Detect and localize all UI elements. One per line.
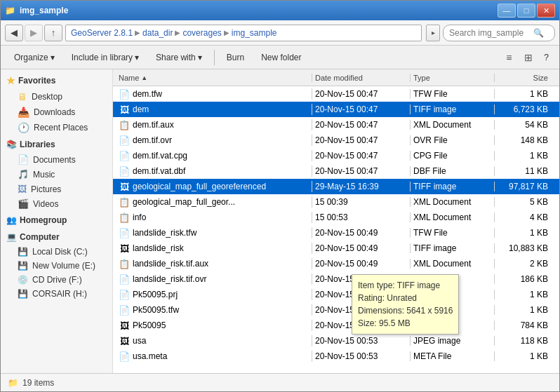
- file-size: 10,883 KB: [495, 243, 551, 253]
- view-list-button[interactable]: ⊞: [519, 49, 538, 66]
- corsair-label: CORSAIR (H:): [32, 289, 87, 299]
- search-box[interactable]: 🔍: [443, 25, 555, 41]
- close-button[interactable]: ✕: [537, 4, 555, 18]
- homegroup-icon: 👥: [6, 215, 17, 225]
- col-date-label: Date modified: [315, 74, 363, 82]
- table-row[interactable]: 🖼 Pk50095 20-Nov-15 00:53 TIFF image 784…: [113, 318, 559, 333]
- table-row[interactable]: 📄 landslide_risk.tif.ovr 20-Nov-15 00:49…: [113, 271, 559, 287]
- col-header-type[interactable]: Type: [411, 74, 495, 82]
- help-button[interactable]: ?: [539, 48, 554, 67]
- file-type: DBF File: [411, 166, 495, 176]
- share-label: Share with: [156, 53, 196, 62]
- up-button[interactable]: ↑: [44, 25, 62, 41]
- file-size: 1 KB: [495, 305, 551, 315]
- table-row[interactable]: 📄 landslide_risk.tfw 20-Nov-15 00:49 TFW…: [113, 225, 559, 241]
- include-library-button[interactable]: Include in library ▾: [64, 48, 147, 67]
- table-row[interactable]: 🖼 landslide_risk 20-Nov-15 00:49 TIFF im…: [113, 241, 559, 256]
- view-details-button[interactable]: ≡: [500, 49, 518, 66]
- col-header-name[interactable]: Name ▲: [116, 74, 312, 82]
- title-bar-text: 📁 img_sample: [5, 6, 68, 15]
- homegroup-section: 👥 Homegroup: [1, 212, 112, 228]
- file-type: TIFF image: [411, 182, 495, 191]
- sidebar-item-local-disk[interactable]: 💾 Local Disk (C:): [1, 245, 112, 259]
- table-row[interactable]: 📋 geological_map_full_geor... 15 00:39 X…: [113, 194, 559, 210]
- file-name: dem: [133, 104, 149, 114]
- col-header-date[interactable]: Date modified: [312, 74, 411, 82]
- breadcrumb-geoserver[interactable]: GeoServer 2.8.1: [69, 28, 135, 38]
- search-input[interactable]: [449, 28, 533, 38]
- table-row[interactable]: 📋 dem.tif.aux 20-Nov-15 00:47 XML Docume…: [113, 117, 559, 133]
- libraries-icon: 📚: [6, 140, 17, 149]
- maximize-button[interactable]: □: [517, 4, 535, 18]
- sidebar-item-music[interactable]: 🎵 Music: [1, 167, 112, 182]
- file-date: 20-Nov-15 00:49: [312, 228, 411, 238]
- table-row[interactable]: 🖼 geological_map_full_georeferenced 29-M…: [113, 179, 559, 194]
- libraries-label: Libraries: [20, 140, 55, 149]
- sidebar-item-cd-drive[interactable]: 💿 CD Drive (F:): [1, 273, 112, 287]
- table-row[interactable]: 🖼 usa 20-Nov-15 00:53 JPEG image 118 KB: [113, 333, 559, 349]
- tooltip-size: Size: 95.5 MB: [358, 317, 453, 330]
- computer-header[interactable]: 💻 Computer: [1, 229, 112, 245]
- file-name: dem.tif.vat.dbf: [133, 166, 185, 176]
- file-icon: 📋: [119, 258, 130, 269]
- file-type: TIFF image: [411, 243, 495, 253]
- table-row[interactable]: 📋 info 15 00:53 XML Document 4 KB: [113, 210, 559, 225]
- file-type: TFW File: [411, 89, 495, 99]
- local-disk-icon: 💾: [18, 247, 28, 257]
- sidebar-item-new-volume[interactable]: 💾 New Volume (E:): [1, 259, 112, 273]
- table-row[interactable]: 📄 Pk50095.tfw 20-Nov-15 00:53 TFW File 1…: [113, 302, 559, 318]
- search-icon[interactable]: 🔍: [533, 28, 544, 38]
- forward-button[interactable]: ▶: [25, 25, 43, 41]
- tooltip-dimensions: Dimensions: 5641 x 5916: [358, 304, 453, 317]
- sidebar-item-corsair[interactable]: 💾 CORSAIR (H:): [1, 287, 112, 301]
- file-icon: 🖼: [119, 335, 130, 346]
- sidebar-item-downloads[interactable]: 📥 Downloads: [1, 104, 112, 120]
- favorites-section: ★ Favorites 🖥 Desktop 📥 Downloads 🕐 Rece…: [1, 72, 112, 135]
- file-icon: 📄: [119, 273, 130, 285]
- file-date: 20-Nov-15 00:47: [312, 151, 411, 161]
- libraries-header[interactable]: 📚 Libraries: [1, 137, 112, 152]
- address-refresh[interactable]: ▸: [426, 25, 440, 41]
- file-icon: 📄: [119, 135, 130, 146]
- col-header-size[interactable]: Size: [495, 74, 551, 82]
- table-row[interactable]: 📄 dem.tif.ovr 20-Nov-15 00:47 OVR File 1…: [113, 133, 559, 148]
- table-row[interactable]: 📄 dem.tif.vat.dbf 20-Nov-15 00:47 DBF Fi…: [113, 163, 559, 179]
- breadcrumb-datadir[interactable]: data_dir: [140, 28, 175, 38]
- new-folder-button[interactable]: New folder: [253, 48, 309, 67]
- sidebar-item-desktop[interactable]: 🖥 Desktop: [1, 89, 112, 104]
- breadcrumb-imgsample[interactable]: img_sample: [229, 28, 279, 38]
- sidebar-item-pictures[interactable]: 🖼 Pictures: [1, 182, 112, 196]
- sidebar-item-videos[interactable]: 🎬 Videos: [1, 196, 112, 211]
- minimize-button[interactable]: —: [498, 4, 516, 18]
- sort-asc-icon: ▲: [141, 74, 147, 81]
- col-type-label: Type: [413, 74, 430, 82]
- sidebar-item-documents[interactable]: 📄 Documents: [1, 152, 112, 167]
- file-type: XML Document: [411, 259, 495, 269]
- toolbar-separator: [214, 50, 215, 65]
- table-row[interactable]: 📄 dem.tfw 20-Nov-15 00:47 TFW File 1 KB: [113, 86, 559, 102]
- table-row[interactable]: 📄 Pk50095.prj 20-Nov-15 00:53 PRJ File 1…: [113, 287, 559, 302]
- file-name: landslide_risk.tif.aux: [133, 259, 208, 269]
- file-icon: 📄: [119, 351, 130, 362]
- share-with-button[interactable]: Share with ▾: [148, 48, 210, 67]
- include-arrow-icon: ▾: [135, 53, 139, 62]
- breadcrumb-coverages[interactable]: coverages: [180, 28, 223, 38]
- sidebar-item-recent[interactable]: 🕐 Recent Places: [1, 120, 112, 135]
- file-icon: 📄: [119, 304, 130, 316]
- corsair-icon: 💾: [18, 289, 28, 299]
- back-button[interactable]: ◀: [5, 25, 23, 41]
- table-row[interactable]: 📄 dem.tif.vat.cpg 20-Nov-15 00:47 CPG Fi…: [113, 148, 559, 163]
- libraries-section: 📚 Libraries 📄 Documents 🎵 Music 🖼 Pictur…: [1, 137, 112, 211]
- file-name: usa.meta: [133, 351, 167, 361]
- favorites-header[interactable]: ★ Favorites: [1, 72, 112, 89]
- organize-arrow-icon: ▾: [51, 53, 55, 62]
- organize-button[interactable]: Organize ▾: [6, 48, 62, 67]
- table-row[interactable]: 📋 landslide_risk.tif.aux 20-Nov-15 00:49…: [113, 256, 559, 271]
- homegroup-header[interactable]: 👥 Homegroup: [1, 212, 112, 228]
- file-name: Pk50095.tfw: [133, 305, 179, 315]
- cd-drive-label: CD Drive (F:): [32, 275, 82, 285]
- address-bar[interactable]: GeoServer 2.8.1 ▶ data_dir ▶ coverages ▶…: [65, 25, 422, 41]
- table-row[interactable]: 🖼 dem 20-Nov-15 00:47 TIFF image 6,723 K…: [113, 102, 559, 117]
- table-row[interactable]: 📄 usa.meta 20-Nov-15 00:53 META File 1 K…: [113, 349, 559, 364]
- burn-button[interactable]: Burn: [219, 48, 252, 67]
